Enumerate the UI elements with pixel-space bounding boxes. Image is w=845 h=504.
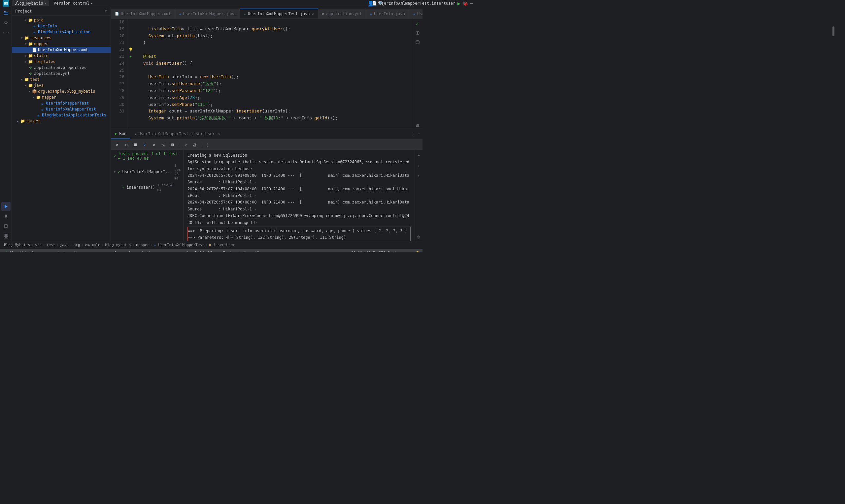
run-action-minimize[interactable]: ─ bbox=[418, 132, 420, 136]
tree-item-userinfomappertest[interactable]: ☕ UserInfoMapperTest bbox=[12, 100, 110, 106]
more-btn[interactable]: ⋮ bbox=[204, 141, 211, 148]
tree-item-pojo[interactable]: ▾ 📁 pojo bbox=[12, 17, 110, 23]
breadcrumb-org[interactable]: org bbox=[74, 243, 80, 247]
run-tab-close[interactable]: ✕ bbox=[218, 132, 221, 136]
tree-item-java-test[interactable]: ▾ 📁 java bbox=[12, 83, 110, 88]
code-content[interactable]: List<UserInfo> list = userInfoXmlMapper.… bbox=[134, 19, 412, 129]
breadcrumb-mapper[interactable]: mapper bbox=[136, 243, 149, 247]
console-icon-3[interactable]: ⇑ bbox=[415, 173, 423, 180]
version-control-btn[interactable]: Version control ▾ bbox=[52, 0, 95, 6]
breadcrumb-java[interactable]: java bbox=[60, 243, 69, 247]
tree-item-test[interactable]: ▾ 📁 test bbox=[12, 76, 110, 83]
tree-item-mapper-folder[interactable]: ▾ 📁 mapper bbox=[12, 41, 110, 47]
tree-item-target[interactable]: ▸ 📁 target bbox=[12, 118, 110, 124]
show-passed-button[interactable]: ✓ bbox=[141, 141, 148, 148]
console-icon-2[interactable]: ⇓ bbox=[415, 163, 423, 170]
breadcrumb-src[interactable]: src bbox=[35, 243, 41, 247]
git-branch-label[interactable]: Blog_Mybatis bbox=[10, 251, 36, 252]
tab-application-yml[interactable]: ⚙ application.yml bbox=[318, 8, 366, 18]
status-encoding[interactable]: UTF-8 bbox=[379, 251, 390, 252]
tree-item-userinfoxmlmappertest[interactable]: ☕ UserInfoXmlMapperTest bbox=[12, 106, 110, 112]
tab-label-6: UserInfoXmlMapper.java bbox=[417, 12, 423, 16]
tree-item-userinfo[interactable]: ☕ UserInfo bbox=[12, 23, 110, 29]
test-item-class[interactable]: ▾ ✓ UserInfoXmlMapperT... 1 sec 43 ms bbox=[111, 162, 183, 182]
breadcrumb-blog-mybatis2[interactable]: blog_mybatis bbox=[105, 243, 131, 247]
breadcrumb-blog-mybatis[interactable]: Blog_Mybatis bbox=[4, 243, 30, 247]
gutter-23[interactable]: ▶ bbox=[128, 53, 133, 60]
tab-userinfoxmlmappertest-java[interactable]: ☕ UserInfoXmlMapperTest.java ✕ bbox=[240, 8, 318, 18]
editor-m-icon[interactable]: m bbox=[414, 121, 421, 129]
tab-label-2: UserInfoXmlMapper.java bbox=[183, 12, 236, 16]
console-icon-1[interactable]: ≡ bbox=[415, 153, 423, 160]
breadcrumb-test-class[interactable]: ☕ UserInfoXmlMapperTest bbox=[154, 243, 204, 247]
tree-label-pojo: pojo bbox=[34, 18, 43, 22]
console-right-panel: ≡ ⇓ ⇑ 🗑 bbox=[415, 150, 423, 241]
stop-button[interactable]: ⏹ bbox=[132, 141, 139, 148]
tree-label-userinfo: UserInfo bbox=[38, 24, 57, 29]
editor-breadcrumb-icon[interactable] bbox=[414, 29, 421, 37]
svg-marker-6 bbox=[5, 205, 7, 208]
sidebar-commit-icon[interactable] bbox=[1, 18, 11, 28]
tree-item-userinfoxmlmapper-xml[interactable]: 📄 UserInfoXmlMapper.xml bbox=[12, 47, 110, 53]
breadcrumb-sep-2: › bbox=[43, 243, 45, 247]
breadcrumb-method[interactable]: ⚙ insertUser bbox=[209, 243, 235, 247]
status-line-col[interactable]: 23:10 bbox=[351, 251, 362, 252]
rerun-button[interactable]: ↺ bbox=[113, 141, 121, 148]
sidebar-project-icon[interactable] bbox=[1, 8, 11, 17]
run-tab-run[interactable]: ▶ Run bbox=[111, 129, 130, 139]
run-action-more[interactable]: ⋮ bbox=[411, 132, 415, 136]
show-failed-button[interactable]: ✕ bbox=[151, 141, 158, 148]
rerun-failed-button[interactable]: ↻ bbox=[123, 141, 130, 148]
status-line-ending[interactable]: CRLF bbox=[366, 251, 375, 252]
editor-database-icon[interactable] bbox=[414, 39, 421, 46]
tree-item-appyml[interactable]: ⚙ application.yml bbox=[12, 71, 110, 76]
tree-item-resources[interactable]: ▾ 📁 resources bbox=[12, 35, 110, 41]
test-item-method[interactable]: ✓ insertUser() 1 sec 43 ms bbox=[111, 182, 183, 193]
project-settings-icon[interactable]: ⚙ bbox=[105, 9, 107, 14]
export-button[interactable]: ↗ bbox=[182, 141, 189, 148]
sidebar-bookmark-icon[interactable] bbox=[1, 222, 11, 231]
tab-userinfoxmlmapper-java[interactable]: ☕ UserInfoXmlMapper.java bbox=[175, 8, 240, 18]
breadcrumb-test[interactable]: test bbox=[47, 243, 55, 247]
tab-userinfoxmlmapper-xml[interactable]: 📄 UserInfoXmlMapper.xml bbox=[111, 8, 175, 18]
print-button[interactable]: 🖨 bbox=[191, 141, 198, 148]
tab-userinfo-java[interactable]: ☕ UserInfo.java bbox=[366, 8, 409, 18]
sort-button[interactable]: ⇅ bbox=[160, 141, 167, 148]
run-tab-test[interactable]: ☕ UserInfoXmlMapperTest.insertUser ✕ bbox=[130, 129, 224, 139]
tab-close-3[interactable]: ✕ bbox=[312, 12, 314, 16]
breadcrumb-example[interactable]: example bbox=[85, 243, 100, 247]
git-branch-icon: ⎇ bbox=[3, 251, 7, 252]
status-notifications[interactable]: 🔔 bbox=[415, 251, 420, 252]
gutter-31 bbox=[128, 108, 133, 115]
tree-item-blogapp[interactable]: ☕ BlogMybatisApplication bbox=[12, 29, 110, 35]
tree-label-mapper-test-folder: mapper bbox=[42, 95, 56, 100]
project-label[interactable]: Blog_Mybatis ▾ bbox=[12, 0, 49, 6]
gutter-24 bbox=[128, 60, 133, 67]
tree-item-org-pkg[interactable]: ▾ 📦 org.example.blog_mybatis bbox=[12, 88, 110, 94]
console-icon-delete[interactable]: 🗑 bbox=[415, 234, 423, 241]
run-toolbar: ↺ ↻ ⏹ ✓ ✕ ⇅ ⊟ ↗ 🖨 ⋮ bbox=[111, 140, 423, 150]
sidebar-run-icon[interactable] bbox=[1, 202, 11, 211]
bulb-icon[interactable]: 💡 bbox=[128, 48, 133, 52]
sidebar-more-icon[interactable]: ··· bbox=[1, 28, 11, 37]
folder-icon-test: 📁 bbox=[24, 77, 29, 82]
run-left-panel: ✓ Tests passed: 1 of 1 test – 1 sec 43 m… bbox=[111, 150, 183, 241]
sidebar-plugin-icon[interactable] bbox=[1, 232, 11, 241]
tree-item-blogmybatisapptests[interactable]: ☕ BlogMybatisApplicationTests bbox=[12, 112, 110, 118]
tree-arrow-target: ▸ bbox=[16, 119, 20, 123]
tree-item-static[interactable]: ▸ 📁 static bbox=[12, 53, 110, 59]
toolbar-sep2 bbox=[201, 142, 201, 147]
status-indent[interactable]: 4 spaces bbox=[394, 251, 411, 252]
status-class-icon: ☕ bbox=[181, 251, 183, 252]
tree-item-mapper-test-folder[interactable]: ▾ 📁 mapper bbox=[12, 94, 110, 100]
line-gutter: 💡 ▶ bbox=[127, 19, 134, 129]
svg-point-12 bbox=[417, 32, 418, 34]
test-class-arrow: ▾ bbox=[113, 169, 116, 174]
sidebar-notifications-icon[interactable] bbox=[1, 212, 11, 221]
tree-item-templates[interactable]: ▸ 📁 templates bbox=[12, 59, 110, 65]
tree-item-appprops[interactable]: ⚙ application.properties bbox=[12, 65, 110, 71]
filter-button[interactable]: ⊟ bbox=[169, 141, 176, 148]
tab-userinfoxmlmapper-java2[interactable]: ☕ UserInfoXmlMapper.java bbox=[409, 8, 423, 18]
toolbar-sep1 bbox=[179, 142, 179, 147]
run-gutter-icon[interactable]: ▶ bbox=[130, 54, 132, 59]
